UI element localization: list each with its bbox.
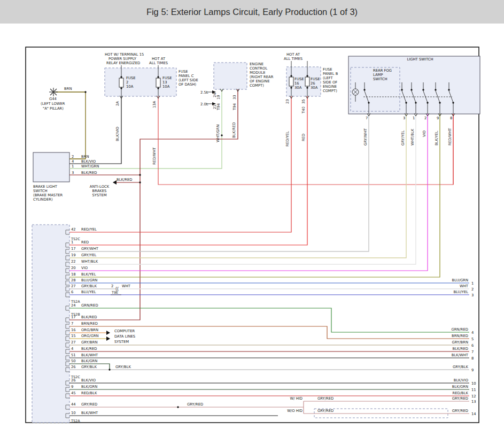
diagram-label: 19 — [216, 95, 221, 100]
diagram-label: 17 — [71, 315, 76, 319]
diagram-label: 2A — [115, 101, 120, 106]
diagram-label: BLK/RED — [117, 178, 132, 182]
diagram-label: T9E — [111, 290, 118, 295]
diagram-label: 7 — [366, 116, 368, 120]
diagram-label: ENGINE — [323, 85, 337, 89]
diagram-label: 2.5L — [200, 90, 208, 95]
diagram-label: 3 — [403, 116, 405, 120]
diagram-label: 1 — [72, 164, 74, 169]
diagram-label: FUSE — [311, 77, 320, 81]
diagram-label: BLK/WHT — [81, 353, 98, 357]
diagram-label: 26 — [71, 378, 76, 383]
diagram-label: BRN/RED — [452, 334, 468, 338]
diagram-label: 9 — [437, 116, 439, 120]
diagram-label: 15 — [71, 334, 76, 338]
diagram-label: REAR FOG — [373, 68, 392, 73]
diagram-label: 3 — [471, 293, 474, 297]
diagram-label: 6 — [71, 290, 73, 294]
fuse-symbol — [156, 78, 160, 87]
brake-light-switch-box — [33, 152, 69, 182]
diagram-label: GRY/BLK — [81, 365, 97, 369]
junction-dot — [157, 87, 159, 89]
diagram-label: BRN — [64, 87, 72, 91]
computer-data-arrow-2 — [106, 336, 110, 341]
diagram-label: FUSE — [126, 76, 136, 80]
junction-dot — [435, 89, 436, 90]
diagram-label: GRY/YEL — [401, 131, 405, 146]
diagram-label: 22 — [71, 259, 76, 264]
diagram-label: BLK/YEL — [81, 272, 96, 277]
fuse-symbol — [305, 77, 309, 86]
diagram-label: RED/BLK — [81, 391, 97, 395]
diagram-label: 4 — [71, 347, 73, 351]
diagram-label: SWITCH — [373, 77, 387, 81]
diagram-label: BLU/GRN — [452, 278, 468, 282]
diagram-label: BLK/WHT — [452, 353, 469, 357]
diagram-label: CONTROL — [250, 66, 267, 71]
diagram-label: GRN/RED — [451, 327, 468, 332]
diagram-label: GRY/BLK — [81, 284, 97, 288]
diagram-label: POWER SUPPLY — [108, 57, 137, 61]
wiring-diagram: HOT W/ TERMINAL 15POWER SUPPLYRELAY ENER… — [0, 0, 504, 436]
diagram-label: BLK/GRN — [452, 385, 468, 389]
diagram-label: LIGHT SWITCH — [407, 57, 433, 62]
diagram-label: GRY/RED — [452, 396, 468, 401]
diagram-label: COMPT) — [250, 83, 264, 88]
diagram-label: HOT W/ TERMINAL 15 — [105, 52, 144, 57]
diagram-label: GRY/RED — [317, 396, 334, 401]
diagram-label: (BRAKE MASTER — [33, 193, 63, 197]
diagram-label: 4 — [72, 159, 74, 164]
diagram-label: 30A — [311, 86, 318, 90]
diagram-label: 2 — [111, 284, 113, 288]
diagram-label: BLK/RED — [232, 123, 236, 138]
diagram-label: ORG/BRN — [81, 328, 98, 332]
diagram-label: (RIGHT REAR — [250, 75, 274, 79]
diagram-label: 16 — [71, 328, 76, 332]
diagram-label: COMPT) — [323, 89, 337, 93]
diagram-label: (LEFT — [323, 76, 334, 80]
junction-dot — [452, 102, 454, 103]
wire-switch2-vio — [69, 114, 428, 271]
diagram-label: 2 — [72, 155, 74, 159]
diagram-label: CYLINDER) — [33, 197, 53, 202]
diagram-label: WHT/GRN — [81, 164, 99, 169]
diagram-label: 2 — [471, 287, 474, 292]
wire-fuse26-red — [69, 96, 307, 245]
fuse-symbol — [289, 77, 293, 86]
junction-dot — [177, 406, 179, 408]
wire-switch9-blkyel — [69, 114, 440, 277]
diagram-label: BLK/VIO — [81, 378, 96, 383]
wire-brake-1-whtgrn — [69, 89, 222, 169]
junction-dot — [120, 76, 122, 78]
diagram-label: 10 — [471, 381, 476, 386]
diagram-label: PANEL B — [323, 72, 338, 76]
diagram-label: 26 — [311, 81, 315, 86]
diagram-label: LAMP — [373, 73, 383, 77]
diagram-label: 26 — [71, 365, 76, 369]
diagram-label: 45 — [71, 391, 76, 395]
diagram-label: ENGINE — [250, 62, 263, 66]
diagram-label: 10A — [162, 85, 170, 89]
diagram-label: BRN — [81, 155, 89, 159]
diagram-label: 27 — [71, 340, 76, 345]
junction-dot — [108, 369, 110, 370]
diagram-label: 2.0L — [200, 102, 208, 106]
diagram-label: RED/BLK — [453, 391, 469, 395]
diagram-label: 1 — [471, 281, 474, 286]
diagram-label: BLK/VIO — [81, 159, 96, 164]
junction-dot — [405, 102, 407, 103]
diagram-label: BLK/RED — [81, 315, 97, 319]
ecm-box — [214, 63, 247, 89]
junction-dot — [157, 76, 159, 78]
junction-dot — [415, 102, 416, 103]
junction-dot — [368, 102, 369, 103]
diagram-label: FUSE — [179, 70, 188, 74]
junction-dot — [448, 89, 449, 90]
diagram-label: BLK/YEL — [435, 131, 439, 146]
diagram-label: SYSTEM — [92, 193, 106, 197]
diagram-label: 51 — [71, 353, 76, 357]
wire-fuse16-redyel — [69, 96, 291, 232]
fuse-symbol — [119, 78, 123, 87]
diagram-label: T94 — [232, 103, 237, 111]
junction-dot — [221, 134, 222, 136]
